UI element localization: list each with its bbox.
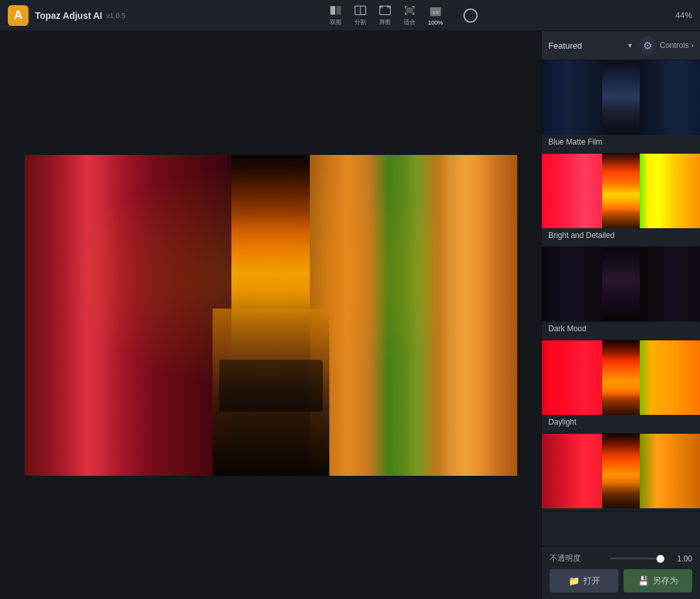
zoom-display: 44% (675, 10, 692, 20)
preset-thumb-inner-daylight (542, 340, 700, 415)
preset-thumb-inner-bright-and-detailed (542, 154, 700, 228)
thumb-left-buildings (542, 434, 602, 508)
save-label: 另存为 (653, 575, 678, 587)
dropdown-arrow-icon: ▾ (628, 41, 632, 50)
preset-item-bright-and-detailed[interactable]: Bright and Detailed (542, 154, 700, 247)
opacity-slider-thumb (657, 555, 664, 563)
save-icon: 💾 (638, 576, 649, 586)
presets-header: Featured ▾ ⚙ Controls › (542, 31, 700, 60)
open-icon: 📁 (568, 576, 579, 586)
svg-text:1:1: 1:1 (433, 10, 438, 14)
bottom-section: 不透明度 1.00 📁 打开 💾 另存为 (542, 546, 700, 599)
preset-label-daylight: Daylight (542, 415, 700, 430)
preset-item-daylight[interactable]: Daylight (542, 340, 700, 434)
preset-thumb-inner-dark-mood (542, 247, 700, 322)
svg-rect-0 (331, 6, 336, 14)
preset-label-bright-and-detailed: Bright and Detailed (542, 228, 700, 244)
presets-list[interactable]: Blue Matte FilmBright and DetailedDark M… (542, 60, 700, 546)
preset-label-blue-matte-film: Blue Matte Film (542, 135, 700, 150)
preset-item-dark-mood[interactable]: Dark Mood (542, 247, 700, 340)
opacity-label: 不透明度 (550, 553, 605, 564)
save-button[interactable]: 💾 另存为 (624, 569, 692, 593)
presets-dropdown[interactable]: Featured (548, 41, 624, 51)
app-logo-icon: A (8, 5, 29, 26)
thumb-left-buildings (542, 60, 602, 135)
zoom-100-label: 100% (428, 19, 443, 26)
thumb-right-buildings (640, 247, 700, 322)
thumb-left-buildings (542, 340, 602, 415)
thumb-left-buildings (542, 247, 602, 322)
app-version: v1.0.5 (106, 12, 126, 19)
preset-label-dark-mood: Dark Mood (542, 322, 700, 337)
zoom-100-button[interactable]: 1:1 100% (428, 5, 443, 26)
preset-thumb-inner-blue-matte-film (542, 60, 700, 135)
thumb-left-buildings (542, 154, 602, 228)
preset-thumb-daylight (542, 340, 700, 415)
canvas-area (0, 31, 541, 599)
photo-canvas (25, 155, 517, 476)
preset-thumb-dark-mood (542, 247, 700, 322)
preset-item-blue-matte-film[interactable]: Blue Matte Film (542, 60, 700, 154)
fit-button[interactable]: 适合 (403, 4, 416, 27)
toolbar: 双图 分割 屏图 适合 1:1 100% (145, 4, 662, 27)
preset-thumb-bright-and-detailed (542, 154, 700, 228)
preset-thumb-fifth (542, 434, 700, 508)
opacity-row: 不透明度 1.00 (550, 553, 692, 564)
thumb-right-buildings (640, 340, 700, 415)
fit-label: 适合 (404, 18, 415, 27)
thumb-right-buildings (640, 60, 700, 135)
preset-thumb-inner-fifth (542, 434, 700, 508)
controls-label: Controls › (660, 41, 694, 50)
preset-item-fifth[interactable] (542, 434, 700, 511)
svg-rect-4 (380, 6, 391, 14)
split-button[interactable]: 分割 (354, 4, 367, 27)
open-label: 打开 (583, 575, 600, 587)
svg-rect-5 (406, 8, 413, 13)
controls-button[interactable]: ⚙ Controls › (638, 36, 694, 54)
fullscreen-label: 屏图 (379, 18, 391, 27)
app-title: Topaz Adjust AI (35, 10, 102, 21)
fullscreen-button[interactable]: 屏图 (379, 4, 391, 27)
split-label: 分割 (355, 18, 366, 27)
opacity-slider[interactable] (610, 558, 665, 559)
sidebar: Featured ▾ ⚙ Controls › Blue Matte FilmB… (541, 31, 700, 599)
thumb-right-buildings (640, 154, 700, 228)
action-buttons: 📁 打开 💾 另存为 (550, 569, 692, 593)
split-view-button[interactable]: 双图 (329, 4, 342, 27)
preset-thumb-blue-matte-film (542, 60, 700, 135)
header: A Topaz Adjust AI v1.0.5 双图 分割 屏图 适合 1:1… (0, 0, 700, 31)
opacity-value: 1.00 (670, 554, 692, 563)
split-view-label: 双图 (330, 18, 342, 27)
thumb-right-buildings (640, 434, 700, 508)
compare-icon[interactable] (463, 8, 478, 23)
main-area: Featured ▾ ⚙ Controls › Blue Matte FilmB… (0, 31, 700, 599)
svg-rect-1 (336, 6, 342, 14)
open-button[interactable]: 📁 打开 (550, 569, 618, 593)
controls-icon: ⚙ (638, 36, 657, 54)
